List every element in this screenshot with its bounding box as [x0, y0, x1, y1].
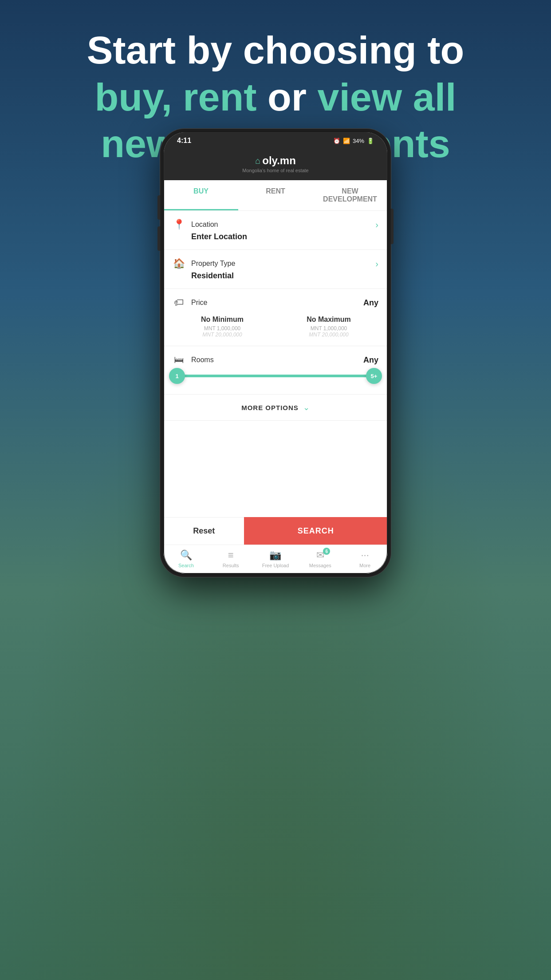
nav-more[interactable]: ··· More: [342, 545, 387, 573]
property-type-left: 🏠 Property Type: [173, 258, 235, 269]
bottom-nav: 🔍 Search ≡ Results 📷 Free Upload ✉ 6 Mes…: [164, 545, 387, 573]
price-min-value: No Minimum: [173, 316, 272, 324]
price-min-group[interactable]: No Minimum MNT 1,000,000 MNT 20,000,000: [173, 316, 272, 338]
nav-upload-label: Free Upload: [262, 563, 289, 568]
price-max-group[interactable]: No Maximum MNT 1,000,000 MNT 20,000,000: [279, 316, 378, 338]
property-type-chevron-icon: ›: [375, 259, 378, 269]
price-max-value: No Maximum: [279, 316, 378, 324]
price-max-hint1: MNT 1,000,000: [279, 325, 378, 332]
rooms-section: 🛏 Rooms Any 1 5+: [164, 346, 387, 395]
nav-messages-label: Messages: [309, 563, 331, 568]
volume-down-button: [157, 226, 160, 251]
nav-upload[interactable]: 📷 Free Upload: [253, 545, 298, 573]
slider-track: 1 5+: [177, 375, 374, 377]
location-icon: 📍: [173, 219, 185, 230]
price-header: 🏷 Price Any: [173, 297, 378, 308]
rooms-slider[interactable]: 1 5+: [173, 375, 378, 377]
logo-subtitle: Mongolia's home of real estate: [242, 168, 308, 173]
reset-button[interactable]: Reset: [164, 517, 244, 545]
app-logo: ⌂ oly.mn Mongolia's home of real estate: [171, 154, 380, 173]
volume-up-button: [157, 195, 160, 220]
search-button[interactable]: SEARCH: [244, 517, 387, 545]
property-type-value: Residential: [191, 271, 378, 281]
more-options-button[interactable]: MORE OPTIONS ⌄: [164, 395, 387, 421]
battery-icon: 🔋: [367, 138, 374, 144]
location-label: Location: [191, 221, 218, 229]
alarm-icon: ⏰: [333, 138, 340, 144]
status-icons: ⏰ 📶 34% 🔋: [333, 138, 374, 144]
price-inputs: No Minimum MNT 1,000,000 MNT 20,000,000 …: [173, 316, 378, 338]
search-form: 📍 Location › Enter Location 🏠 Property T…: [164, 211, 387, 517]
nav-results-icon: ≡: [228, 549, 234, 561]
nav-upload-icon: 📷: [269, 549, 281, 561]
nav-results[interactable]: ≡ Results: [209, 545, 253, 573]
price-max-hint2: MNT 20,000,000: [279, 332, 378, 338]
tab-bar: BUY RENT NEW DEVELOPMENT: [164, 180, 387, 211]
bottom-buttons: Reset SEARCH: [164, 517, 387, 545]
sim-icon: 📶: [343, 138, 350, 144]
nav-results-label: Results: [223, 563, 239, 568]
more-options-label: MORE OPTIONS: [241, 404, 299, 411]
nav-more-label: More: [359, 563, 370, 568]
logo-house-icon: ⌂: [255, 156, 260, 166]
rooms-label: Rooms: [191, 356, 214, 364]
price-min-hint1: MNT 1,000,000: [173, 325, 272, 332]
nav-search-icon: 🔍: [180, 549, 192, 561]
location-left: 📍 Location: [173, 219, 218, 230]
tab-new-development[interactable]: NEW DEVELOPMENT: [313, 180, 387, 210]
logo-name: ⌂ oly.mn: [255, 154, 296, 167]
nav-search[interactable]: 🔍 Search: [164, 545, 209, 573]
slider-min-handle[interactable]: 1: [169, 368, 185, 384]
location-value: Enter Location: [191, 232, 378, 241]
headline-view-all: view all: [317, 75, 456, 119]
status-time: 4:11: [177, 137, 191, 145]
location-section[interactable]: 📍 Location › Enter Location: [164, 211, 387, 250]
rooms-left: 🛏 Rooms: [173, 354, 214, 366]
rooms-header: 🛏 Rooms Any: [173, 354, 378, 366]
tab-rent[interactable]: RENT: [238, 180, 313, 210]
nav-messages[interactable]: ✉ 6 Messages: [298, 545, 342, 573]
price-tag-icon: 🏷: [173, 297, 185, 308]
nav-messages-badge: 6: [323, 548, 330, 555]
phone-container: 4:11 ⏰ 📶 34% 🔋 ⌂ oly.mn Mongolia's home …: [160, 129, 391, 577]
property-type-section[interactable]: 🏠 Property Type › Residential: [164, 250, 387, 289]
price-label: Price: [191, 299, 207, 307]
nav-search-label: Search: [178, 563, 194, 568]
headline-buy: buy,: [94, 75, 172, 119]
status-bar: 4:11 ⏰ 📶 34% 🔋: [164, 132, 387, 148]
headline-rent: rent: [172, 75, 257, 119]
price-left: 🏷 Price: [173, 297, 207, 308]
tab-buy[interactable]: BUY: [164, 180, 238, 210]
logo-text: oly.mn: [262, 154, 296, 167]
price-section: 🏷 Price Any No Minimum MNT 1,000,000 MNT…: [164, 289, 387, 346]
property-type-label: Property Type: [191, 260, 235, 268]
slider-max-handle[interactable]: 5+: [366, 368, 382, 384]
phone-shell: 4:11 ⏰ 📶 34% 🔋 ⌂ oly.mn Mongolia's home …: [160, 129, 391, 577]
rooms-icon: 🛏: [173, 354, 185, 366]
battery-text: 34%: [353, 138, 364, 144]
property-type-icon: 🏠: [173, 258, 185, 269]
rooms-value: Any: [363, 356, 378, 365]
more-options-chevron-icon: ⌄: [303, 403, 310, 412]
headline-or: or: [257, 75, 318, 119]
app-header: ⌂ oly.mn Mongolia's home of real estate: [164, 148, 387, 180]
price-value: Any: [363, 298, 378, 308]
price-min-hint2: MNT 20,000,000: [173, 332, 272, 338]
nav-more-icon: ···: [361, 549, 369, 561]
phone-screen: 4:11 ⏰ 📶 34% 🔋 ⌂ oly.mn Mongolia's home …: [164, 132, 387, 573]
location-chevron-icon: ›: [375, 220, 378, 230]
